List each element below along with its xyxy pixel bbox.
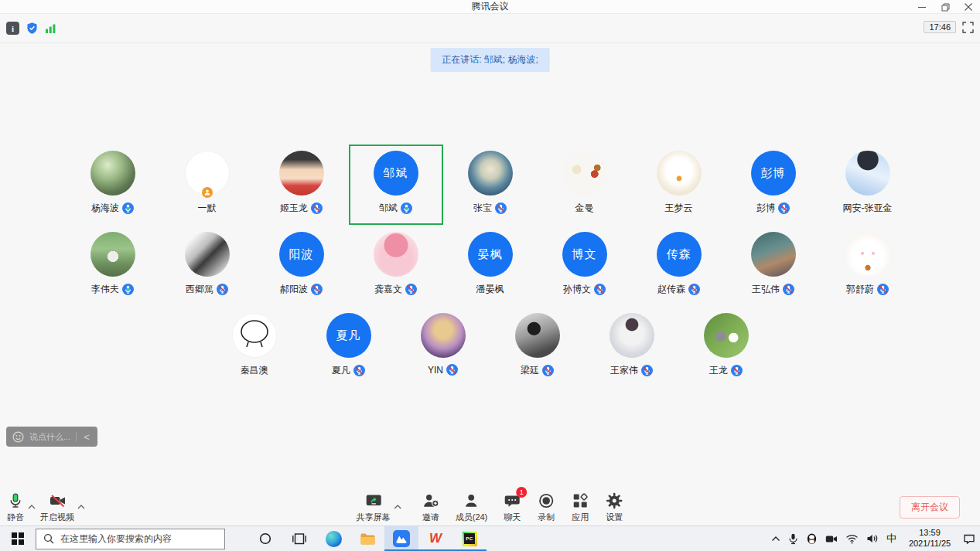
- participant-tile[interactable]: 传森赵传森: [632, 226, 726, 306]
- tray-expand-button[interactable]: [771, 536, 780, 542]
- pycharm-taskbar-button[interactable]: PC: [452, 526, 487, 551]
- invite-button[interactable]: 邀请: [422, 491, 440, 523]
- settings-button[interactable]: 设置: [605, 491, 623, 523]
- shield-icon[interactable]: [26, 22, 39, 35]
- tray-microphone[interactable]: [788, 533, 798, 545]
- cortana-button[interactable]: [248, 526, 282, 551]
- close-button[interactable]: [957, 0, 980, 14]
- video-options-caret[interactable]: [77, 505, 85, 509]
- ime-indicator[interactable]: 中: [886, 532, 896, 546]
- emoji-icon[interactable]: [12, 431, 24, 443]
- participant-tile[interactable]: 姬玉龙: [254, 145, 349, 225]
- mic-muted-icon: [877, 284, 889, 295]
- participant-tile[interactable]: 王梦云: [632, 145, 726, 225]
- wps-taskbar-button[interactable]: W: [418, 526, 452, 551]
- mic-muted-icon: [783, 284, 794, 295]
- chat-unread-badge: 1: [516, 487, 527, 498]
- participant-name: 网安-张亚金: [843, 202, 893, 215]
- meeting-topbar-right: 17:46: [924, 21, 974, 33]
- info-icon[interactable]: i: [6, 22, 19, 35]
- pycharm-icon: PC: [463, 532, 477, 546]
- leave-meeting-button[interactable]: 离开会议: [900, 496, 960, 519]
- tray-qq[interactable]: [806, 532, 818, 545]
- participant-tile[interactable]: 博文孙博文: [538, 226, 632, 306]
- taskbar-clock[interactable]: 13:59 2021/11/25: [904, 528, 955, 549]
- participant-tile[interactable]: 一默: [160, 145, 254, 225]
- search-icon: [43, 533, 54, 544]
- share-screen-label: 共享屏幕: [357, 512, 391, 523]
- tray-volume[interactable]: [866, 533, 879, 544]
- start-video-label: 开启视频: [40, 512, 74, 523]
- participant-tile[interactable]: 网安-张亚金: [821, 145, 915, 225]
- network-signal-icon[interactable]: [45, 22, 56, 34]
- mute-button[interactable]: 静音: [6, 491, 25, 523]
- mic-muted-icon: [353, 365, 365, 376]
- quick-chat-bar[interactable]: 说点什么... <: [6, 427, 97, 447]
- participant-avatar: [90, 151, 135, 196]
- participant-tile[interactable]: 秦昌澳: [207, 307, 302, 387]
- participant-tile[interactable]: 晏枫潘晏枫: [443, 226, 538, 306]
- avatar-wrap: 博文: [562, 232, 607, 277]
- meeting-toolbar: 静音 开启视频: [0, 489, 980, 525]
- participant-tile[interactable]: 夏凡夏凡: [302, 307, 396, 387]
- participant-tile[interactable]: 西郷篤: [160, 226, 254, 306]
- participant-tile[interactable]: 王家伟: [585, 307, 679, 387]
- windows-logo-icon: [12, 532, 24, 545]
- restore-button[interactable]: [934, 0, 957, 14]
- participant-name-row: 王梦云: [665, 202, 693, 215]
- clock-date: 2021/11/25: [909, 539, 951, 548]
- participant-avatar: [374, 232, 418, 277]
- mic-muted-icon: [446, 364, 458, 376]
- restore-icon: [941, 3, 950, 12]
- avatar-wrap: [845, 151, 890, 196]
- start-video-button[interactable]: 开启视频: [40, 491, 74, 523]
- participant-name-row: 夏凡: [332, 364, 365, 377]
- chatbar-collapse-button[interactable]: <: [82, 432, 91, 442]
- share-options-caret[interactable]: [394, 505, 401, 509]
- participant-tile[interactable]: 彭博彭博: [726, 145, 821, 225]
- participant-tile[interactable]: 王弘伟: [726, 226, 821, 306]
- start-button[interactable]: [0, 526, 36, 551]
- apps-button[interactable]: 应用: [571, 491, 589, 523]
- chat-input-placeholder[interactable]: 说点什么...: [29, 431, 70, 443]
- chat-button[interactable]: 1 聊天: [503, 491, 521, 523]
- task-view-button[interactable]: [282, 526, 316, 551]
- edge-button[interactable]: [316, 526, 350, 551]
- participant-name: 一默: [198, 202, 217, 215]
- mic-on-icon: [401, 202, 412, 214]
- tencent-meeting-taskbar-button[interactable]: [384, 526, 418, 551]
- participant-name: 夏凡: [332, 364, 350, 377]
- speaker-icon: [866, 533, 879, 544]
- participant-tile[interactable]: 李伟夫: [66, 226, 160, 306]
- participant-tile[interactable]: 梁廷: [490, 307, 585, 387]
- record-button[interactable]: 录制: [537, 491, 555, 523]
- wifi-icon: [845, 534, 859, 544]
- clock-time: 13:59: [919, 528, 941, 537]
- tray-wifi[interactable]: [845, 534, 859, 544]
- participant-tile[interactable]: 郭舒蔚: [821, 226, 915, 306]
- participant-tile[interactable]: 杨海波: [66, 145, 160, 225]
- mute-options-caret[interactable]: [28, 505, 36, 509]
- participant-tile[interactable]: 龚嘉文: [349, 226, 443, 306]
- tray-video-device[interactable]: [825, 534, 838, 544]
- avatar-wrap: 彭博: [751, 151, 796, 196]
- avatar-wrap: [751, 232, 796, 277]
- participant-tile[interactable]: 阳波郝阳波: [254, 226, 349, 306]
- share-screen-button[interactable]: 共享屏幕: [357, 491, 391, 523]
- taskbar-search-input[interactable]: 在这里输入你要搜索的内容: [36, 529, 225, 549]
- minimize-button[interactable]: [910, 0, 934, 14]
- participant-tile[interactable]: 张宝: [443, 145, 538, 225]
- window-controls: [910, 0, 980, 14]
- avatar-wrap: [90, 151, 135, 196]
- action-center-button[interactable]: [963, 533, 975, 545]
- fullscreen-icon[interactable]: [962, 22, 974, 33]
- participant-tile[interactable]: 王龙: [679, 307, 773, 387]
- participant-name-row: 姬玉龙: [280, 202, 323, 215]
- participant-tile[interactable]: YIN: [396, 307, 490, 387]
- participant-name: 龚嘉文: [374, 283, 402, 296]
- file-explorer-button[interactable]: [350, 526, 384, 551]
- members-button[interactable]: 成员(24): [456, 491, 488, 523]
- participant-tile[interactable]: 邹斌邹斌: [349, 145, 443, 225]
- participant-tile[interactable]: 金曼: [538, 145, 632, 225]
- windows-taskbar: 在这里输入你要搜索的内容 W PC: [0, 525, 980, 551]
